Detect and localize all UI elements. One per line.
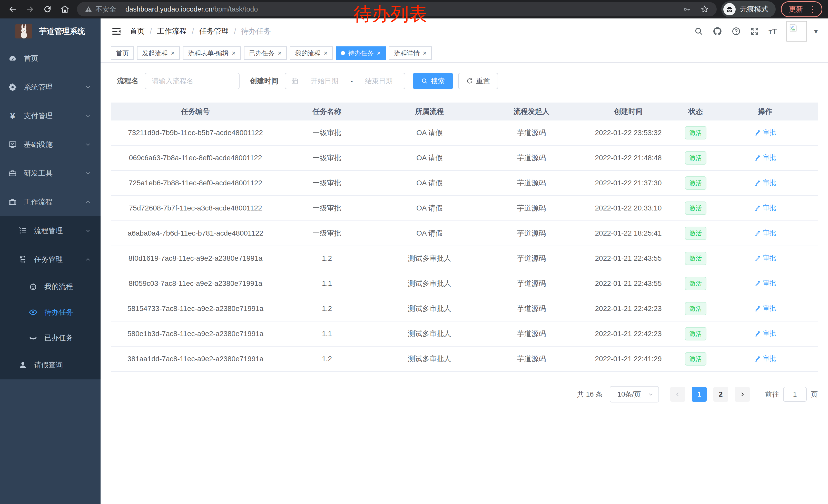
approve-link[interactable]: 审批 — [754, 254, 776, 263]
sidebar-item-home[interactable]: 首页 — [0, 44, 100, 73]
cell-actions: 审批 — [712, 254, 818, 263]
tab-close-icon[interactable]: × — [232, 50, 236, 56]
url-host: dashboard.yudao.iocoder.cn — [125, 5, 212, 13]
tab-close-icon[interactable]: × — [278, 50, 282, 56]
fullscreen-icon[interactable] — [750, 27, 759, 36]
reset-button[interactable]: 重置 — [458, 73, 498, 89]
next-page-button[interactable] — [735, 387, 750, 402]
tab-todo-tasks[interactable]: 待办任务× — [336, 46, 386, 60]
tab-close-icon[interactable]: × — [377, 50, 381, 56]
table-header-row: 任务编号 任务名称 所属流程 流程发起人 创建时间 状态 操作 — [111, 102, 818, 121]
goto-label: 前往 — [765, 390, 779, 399]
date-range-picker[interactable]: 开始日期 - 结束日期 — [285, 73, 405, 89]
approve-link[interactable]: 审批 — [754, 329, 776, 338]
cell-status: 激活 — [679, 252, 712, 265]
cell-task-name: 1.2 — [280, 355, 374, 363]
sidebar-item-payment[interactable]: ¥ 支付管理 — [0, 101, 100, 130]
eye-icon — [29, 308, 38, 317]
approve-link[interactable]: 审批 — [754, 354, 776, 363]
process-name-label: 流程名 — [117, 76, 138, 86]
approve-link[interactable]: 审批 — [754, 178, 776, 187]
tab-start-process[interactable]: 发起流程× — [137, 46, 180, 60]
browser-back-icon[interactable] — [6, 2, 19, 16]
sidebar-item-process-management[interactable]: 流程管理 — [0, 216, 100, 245]
process-name-input[interactable] — [145, 73, 240, 89]
github-icon[interactable] — [713, 27, 722, 36]
sidebar-item-leave-query[interactable]: 请假查询 — [0, 351, 100, 379]
approve-link[interactable]: 审批 — [754, 304, 776, 313]
browser-reload-icon[interactable] — [41, 2, 54, 16]
tab-close-icon[interactable]: × — [171, 50, 175, 56]
update-label[interactable]: 更新 — [789, 4, 803, 14]
cell-initiator: 芋道源码 — [485, 153, 578, 163]
sidebar-item-my-process[interactable]: 我的流程 — [0, 274, 100, 300]
sidebar-item-infrastructure[interactable]: 基础设施 — [0, 130, 100, 159]
security-chip-label[interactable]: 不安全 — [95, 5, 116, 14]
approve-link[interactable]: 审批 — [754, 279, 776, 288]
key-icon[interactable] — [683, 5, 691, 13]
page-button-2[interactable]: 2 — [713, 387, 728, 402]
prev-page-button[interactable] — [670, 387, 685, 402]
approve-link[interactable]: 审批 — [754, 203, 776, 212]
approve-link-label: 审批 — [763, 329, 776, 338]
avatar-dropdown-caret-icon[interactable]: ▾ — [814, 27, 818, 36]
edit-pencil-icon — [754, 230, 761, 236]
approve-link-label: 审批 — [763, 254, 776, 263]
table-row: 069c6a63-7b8a-11ec-8ef0-acde48001122 一级审… — [111, 146, 818, 171]
sidebar-item-done-tasks[interactable]: 已办任务 — [0, 325, 100, 351]
cell-process: 测试多审批人 — [374, 354, 485, 364]
chevron-up-icon — [85, 256, 91, 263]
bookmark-star-icon[interactable] — [700, 5, 709, 13]
breadcrumb-workflow[interactable]: 工作流程 — [157, 26, 187, 36]
tab-process-detail[interactable]: 流程详情× — [389, 46, 432, 60]
dashboard-icon — [8, 54, 17, 63]
cell-task-id: 580e1b3d-7ac8-11ec-a9e2-a2380e71991a — [111, 330, 280, 338]
approve-link-label: 审批 — [763, 178, 776, 187]
chevron-down-icon — [85, 84, 91, 91]
sidebar-item-task-management[interactable]: 任务管理 — [0, 245, 100, 274]
page-size-select[interactable]: 10条/页 — [610, 386, 659, 403]
table-row: 8f059c03-7ac8-11ec-a9e2-a2380e71991a 1.1… — [111, 271, 818, 296]
search-button[interactable]: 搜索 — [413, 73, 453, 89]
font-size-icon[interactable]: TT — [769, 27, 777, 36]
chrome-update-button[interactable]: 更新 ⋮ — [781, 1, 822, 17]
chevron-down-icon — [85, 170, 91, 177]
reset-button-label: 重置 — [476, 77, 490, 86]
chevron-up-icon — [85, 199, 91, 205]
cell-actions: 审批 — [712, 178, 818, 188]
pagination: 共 16 条 10条/页 1 2 前往 页 — [111, 386, 818, 403]
tab-done-tasks[interactable]: 已办任务× — [244, 46, 287, 60]
status-badge: 激活 — [685, 176, 706, 190]
approve-link-label: 审批 — [763, 128, 776, 137]
sidebar-item-todo-tasks[interactable]: 待办任务 — [0, 300, 100, 325]
browser-menu-dots-icon[interactable]: ⋮ — [808, 5, 817, 13]
edit-pencil-icon — [754, 330, 761, 337]
browser-home-icon[interactable] — [58, 2, 72, 16]
page-button-1[interactable]: 1 — [692, 387, 707, 402]
cell-status: 激活 — [679, 227, 712, 240]
cell-task-id: 8f0d1619-7ac8-11ec-a9e2-a2380e71991a — [111, 254, 280, 263]
browser-forward-icon[interactable] — [23, 2, 37, 16]
approve-link[interactable]: 审批 — [754, 128, 776, 137]
search-icon[interactable] — [694, 27, 703, 36]
help-icon[interactable] — [732, 27, 741, 36]
avatar[interactable] — [786, 21, 807, 42]
breadcrumb-task-management[interactable]: 任务管理 — [199, 26, 229, 36]
tab-process-form-edit[interactable]: 流程表单-编辑× — [183, 46, 241, 60]
page-content: 流程名 创建时间 开始日期 - 结束日期 搜索 重置 — [100, 62, 828, 504]
sidebar-item-devtools[interactable]: 研发工具 — [0, 159, 100, 188]
tab-close-icon[interactable]: × — [423, 50, 426, 56]
chevron-down-icon — [648, 391, 654, 397]
monitor-icon — [8, 140, 17, 149]
approve-link[interactable]: 审批 — [754, 153, 776, 162]
tab-home[interactable]: 首页 — [111, 46, 134, 60]
goto-page-input[interactable] — [783, 387, 807, 402]
sidebar-collapse-icon[interactable] — [111, 26, 122, 37]
edit-pencil-icon — [754, 280, 761, 287]
tab-close-icon[interactable]: × — [324, 50, 328, 56]
sidebar-item-system[interactable]: 系统管理 — [0, 73, 100, 101]
sidebar-item-workflow[interactable]: 工作流程 — [0, 188, 100, 216]
tab-my-process[interactable]: 我的流程× — [290, 46, 333, 60]
breadcrumb-home[interactable]: 首页 — [130, 26, 145, 36]
approve-link[interactable]: 审批 — [754, 228, 776, 237]
